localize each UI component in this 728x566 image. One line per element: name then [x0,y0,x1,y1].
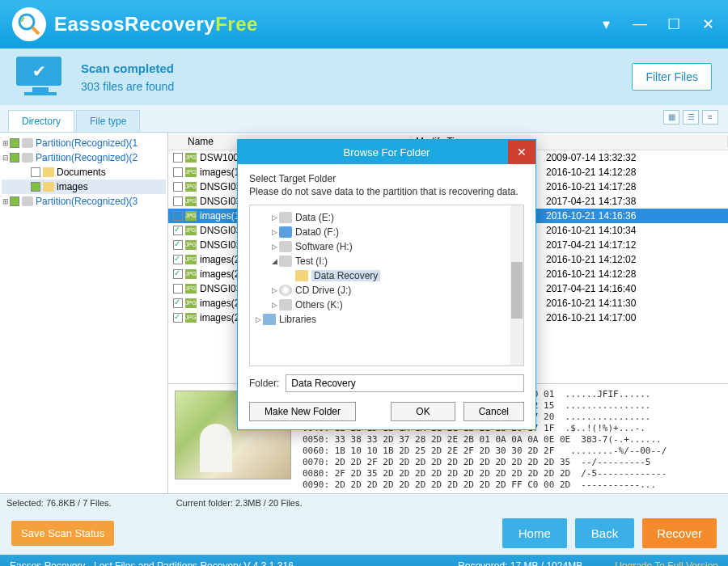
dialog-title: Browse For Folder [344,146,430,158]
drive-icon [22,153,33,163]
checkbox[interactable] [173,211,183,221]
view-list-icon[interactable]: ☰ [683,110,699,125]
footer-recovered: Recovered: 17 MB / 1024MB [458,560,582,566]
expander-icon[interactable]: ▷ [269,286,279,294]
view-detail-icon[interactable]: ≡ [702,110,718,125]
ok-button[interactable]: OK [391,402,455,421]
menu-icon[interactable]: ▾ [598,15,614,33]
jpg-icon: JPG [185,298,197,308]
checkbox[interactable] [173,284,183,294]
folder-tree-row[interactable]: ◢Test (I:) [253,254,520,268]
checkbox[interactable] [10,138,19,148]
checkbox[interactable] [173,196,183,206]
folder-label: CD Drive (J:) [295,285,351,296]
jpg-icon: JPG [185,167,197,177]
checkbox[interactable] [31,182,40,192]
checkbox[interactable] [173,255,183,264]
home-button[interactable]: Home [502,518,567,548]
make-new-folder-button[interactable]: Make New Folder [249,402,356,421]
tree-row[interactable]: Documents [2,165,166,180]
dialog-title-bar[interactable]: Browse For Folder ✕ [238,140,535,164]
drive-icon [279,299,292,310]
svg-point-0 [19,15,34,29]
drive-icon [279,256,292,267]
expander-icon[interactable]: ⊞ [2,197,10,205]
jpg-icon: JPG [185,211,197,221]
tree-row[interactable]: images [2,180,166,194]
drive-icon [22,196,33,206]
svg-line-1 [32,27,39,34]
folder-tree[interactable]: ▷Data (E:)▷Data0 (F:)▷Software (H:)◢Test… [249,205,524,366]
save-scan-button[interactable]: Save Scan Status [11,521,114,546]
drive-icon [279,212,292,223]
checkbox[interactable] [10,196,19,206]
folder-tree-row[interactable]: Data Recovery [253,268,520,283]
scrollbar[interactable] [510,205,523,365]
checkbox[interactable] [173,313,183,323]
checkbox[interactable] [173,240,183,250]
folder-tree-row[interactable]: ▷Others (K:) [253,298,520,312]
upgrade-link[interactable]: Upgrade To Full Version [615,560,718,566]
checkbox[interactable] [10,153,19,163]
expander-icon[interactable]: ▷ [269,228,279,236]
checkbox[interactable] [173,153,183,163]
tree-label: images [57,181,88,192]
checkbox[interactable] [173,226,183,235]
current-folder-status: Current folder: 2.3MB / 20 Files. [176,498,303,508]
close-icon[interactable]: ✕ [700,15,716,33]
tree-label: Partition(Recognized)(1 [36,137,138,149]
expander-icon[interactable]: ◢ [269,257,279,265]
folder-input[interactable] [286,374,524,392]
checkbox[interactable] [31,167,40,177]
tree-label: Documents [57,167,106,178]
tree-label: Partition(Recognized)(2 [36,152,138,163]
folder-tree-row[interactable]: ▷Data (E:) [253,210,520,225]
checkbox[interactable] [173,182,183,192]
view-tabs: Directory File type ▦ ☰ ≡ [0,105,728,133]
cancel-button[interactable]: Cancel [463,402,524,421]
action-bar: Save Scan Status Home Back Recover [0,511,728,555]
filter-files-button[interactable]: Filter Files [632,63,712,91]
dialog-close-button[interactable]: ✕ [508,140,535,164]
checkbox[interactable] [173,167,183,177]
selection-status-bar: Selected: 76.8KB / 7 Files. Current fold… [0,493,728,511]
app-logo-icon [12,7,46,41]
maximize-icon[interactable]: ☐ [666,15,682,33]
checkbox[interactable] [173,298,183,308]
tab-filetype[interactable]: File type [76,110,140,132]
view-large-icon[interactable]: ▦ [663,110,679,125]
libraries-icon [263,314,276,325]
expander-icon[interactable]: ▷ [269,301,279,309]
tree-row[interactable]: ⊞Partition(Recognized)(1 [2,136,166,150]
monitor-check-icon: ✔ [16,57,65,97]
minimize-icon[interactable]: ― [632,15,648,33]
folder-label: Libraries [279,314,316,325]
tree-row[interactable]: ⊟Partition(Recognized)(2 [2,150,166,165]
footer-bar: Eassos Recovery - Lost Files and Partiti… [0,555,728,566]
tree-row[interactable]: ⊞Partition(Recognized)(3 [2,194,166,209]
folder-label: Data Recovery [311,270,380,281]
tab-directory[interactable]: Directory [8,110,74,132]
scrollbar-thumb[interactable] [511,262,523,319]
folder-label: Others (K:) [295,299,343,310]
drive-icon [279,226,292,238]
expander-icon[interactable]: ⊟ [2,154,10,162]
expander-icon[interactable]: ▷ [269,243,279,251]
jpg-icon: JPG [185,255,197,264]
folder-tree-row[interactable]: ▷CD Drive (J:) [253,283,520,298]
folder-label: Test (I:) [295,256,328,267]
recover-button[interactable]: Recover [642,518,717,548]
dialog-instructions: Select Target Folder Please do not save … [249,172,524,198]
folder-tree-row[interactable]: ▷Software (H:) [253,239,520,254]
checkbox[interactable] [173,269,183,279]
expander-icon[interactable]: ▷ [253,315,263,323]
expander-icon[interactable]: ⊞ [2,139,10,147]
folder-tree-row[interactable]: ▷Libraries [253,312,520,327]
drive-icon [279,241,292,252]
cd-icon [279,285,292,296]
jpg-icon: JPG [185,284,197,294]
expander-icon[interactable]: ▷ [269,213,279,222]
partition-tree[interactable]: ⊞Partition(Recognized)(1⊟Partition(Recog… [0,133,168,493]
back-button[interactable]: Back [575,518,634,548]
folder-tree-row[interactable]: ▷Data0 (F:) [253,225,520,239]
